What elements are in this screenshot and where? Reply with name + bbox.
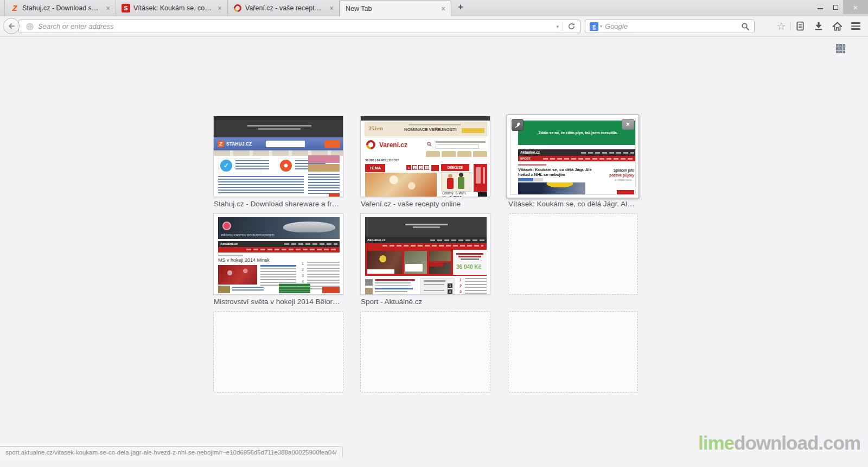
menu-button[interactable]: [846, 18, 865, 34]
food-photo: [365, 173, 437, 197]
pin-tile-button[interactable]: [512, 119, 524, 131]
article-headline: MS v hokeji 2014 Minsk: [218, 257, 270, 263]
tab-stahuj[interactable]: Z Stahuj.cz - Download share... ×: [4, 0, 116, 16]
thumb-search-button: [324, 140, 340, 148]
thumb-search-icon: [427, 142, 432, 147]
tab-close-icon[interactable]: ×: [439, 5, 448, 12]
tile-empty: [508, 311, 638, 407]
hamburger-icon: [851, 22, 860, 30]
tile-thumbnail-link[interactable]: Z STAHUJ.CZ ✓: [213, 116, 343, 197]
tile-ms-hokej: PŘÍMOU CESTOU DO BUDOUCNOSTI Aktuálně.cz…: [213, 213, 343, 309]
banner-title: NOMINACE VEŘEJNOSTI: [404, 127, 456, 132]
new-tab-button[interactable]: +: [452, 2, 469, 14]
tile-thumbnail-link[interactable]: 25žen NOMINACE VEŘEJNOSTI Vareni.cz 36 2…: [360, 116, 490, 197]
url-bar[interactable]: ▾: [18, 20, 580, 33]
tile-caption[interactable]: Sport - Aktuálně.cz: [361, 298, 490, 306]
tile-thumbnail-link[interactable]: × „Zdálo se mi, že cítím plyn, tak jsem …: [507, 115, 639, 198]
tab-strip: Z Stahuj.cz - Download share... × S Vítá…: [4, 0, 469, 16]
google-favicon-icon: g: [590, 22, 598, 31]
car-image: [283, 222, 335, 232]
tile-caption[interactable]: Mistrovství světa v hokeji 2014 Bělorusk…: [214, 298, 343, 306]
restore-button[interactable]: [828, 0, 843, 14]
back-button[interactable]: [3, 18, 20, 34]
phone-ad-line1: Odolný. S WiFi.: [442, 191, 467, 195]
banner-brand: 25žen: [368, 125, 383, 131]
restore-icon: [833, 5, 838, 10]
tile-caption[interactable]: Vításek: Koukám se, co dělá Jágr. Ale hv…: [508, 200, 637, 208]
tile-vareni: 25žen NOMINACE VEŘEJNOSTI Vareni.cz 36 2…: [360, 116, 490, 211]
article-headline: Vításek: Koukám se, co dělá Jágr. Ale hv…: [518, 167, 592, 178]
aktualne-brand: Aktuálně.cz: [220, 242, 238, 245]
tab-vareni[interactable]: Vaření.cz - vaše recepty onl... ×: [228, 0, 340, 16]
phone-ad-line2: Na 2 SIM: [442, 195, 461, 197]
tema-badge: TÉMA: [365, 164, 385, 172]
checkmark-badge-icon: ✓: [220, 160, 232, 172]
search-engine-dropdown-icon[interactable]: ▾: [598, 24, 605, 29]
search-icon[interactable]: [741, 22, 750, 31]
stahuj-logo-icon: Z: [218, 141, 224, 147]
stahuj-favicon-icon: Z: [10, 4, 19, 12]
standings-table: [279, 283, 310, 293]
score-badge: 3: [448, 283, 452, 288]
sport-photo: [429, 251, 451, 261]
navigation-toolbar: ▾ g ▾ ☆: [0, 16, 868, 36]
reload-icon: [567, 22, 576, 30]
tab-title: Stahuj.cz - Download share...: [22, 4, 100, 12]
thumbnail-inner: „Zdálo se mi, že cítím plyn, tak jsem ro…: [510, 118, 636, 195]
remove-tile-button[interactable]: ×: [622, 119, 634, 130]
tab-close-icon[interactable]: ×: [327, 4, 336, 12]
status-link-tooltip: sport.aktualne.cz/vitasek-koukam-se-co-d…: [0, 446, 343, 458]
site-stats: 36 288 | 84 465 | 110 317: [365, 159, 399, 162]
home-button[interactable]: [828, 18, 846, 34]
tab-title: Vaření.cz - vaše recepty onl...: [245, 4, 324, 12]
aktualne-brand: Aktuálně.cz: [520, 150, 540, 154]
watermark-download: download.com: [734, 432, 860, 453]
minimize-button[interactable]: [813, 0, 828, 14]
toolbar-buttons: ☆: [772, 18, 865, 34]
empty-tile-placeholder: [213, 311, 343, 393]
quote-banner: „Zdálo se mi, že cítím plyn, tak jsem ro…: [518, 121, 636, 145]
close-window-button[interactable]: ×: [843, 0, 868, 14]
reload-button[interactable]: [563, 22, 580, 30]
tile-caption[interactable]: Vaření.cz - vaše recepty online: [361, 200, 490, 208]
tile-empty: [508, 213, 638, 309]
tab-title: New Tab: [346, 5, 436, 12]
tile-thumbnail-link[interactable]: Aktuálně.cz 36 040 Kč: [360, 213, 490, 295]
grid-view-toggle-icon[interactable]: [836, 44, 845, 53]
cartoon-figures: [441, 172, 471, 192]
tile-stahuj: Z STAHUJ.CZ ✓ Stahuj.cz - Download share…: [213, 116, 343, 211]
pushpin-icon: [514, 122, 521, 129]
empty-tile-placeholder: [508, 213, 638, 295]
tile-thumbnail-link[interactable]: PŘÍMOU CESTOU DO BUDOUCNOSTI Aktuálně.cz…: [213, 213, 343, 295]
download-arrow-icon: [814, 21, 824, 31]
tab-bar: Z Stahuj.cz - Download share... × S Vítá…: [0, 0, 868, 16]
downloads-button[interactable]: [809, 18, 828, 34]
back-arrow-icon: [7, 22, 16, 30]
bookmark-star-button[interactable]: ☆: [772, 18, 790, 34]
vareni-logo-icon: [365, 138, 378, 152]
hockey-player-photo: [518, 182, 585, 195]
tab-close-icon[interactable]: ×: [104, 4, 112, 12]
tile-caption[interactable]: Stahuj.cz - Download shareware a freew..…: [214, 200, 343, 208]
ad-price: 36 040 Kč: [456, 264, 481, 270]
tab-new-tab-active[interactable]: New Tab ×: [340, 0, 451, 16]
aktualne-sport-favicon-icon: S: [122, 4, 130, 12]
globe-icon: [25, 22, 34, 31]
bookmarks-menu-button[interactable]: [791, 18, 809, 34]
thumb-menu-bar: [214, 116, 343, 120]
url-dropdown-icon[interactable]: ▾: [552, 24, 563, 29]
new-tab-page: Z STAHUJ.CZ ✓ Stahuj.cz - Download share…: [0, 36, 868, 467]
tile-empty: [360, 311, 490, 407]
side-ad-text: Spláceli jste poctivě půjčky: [593, 168, 634, 178]
score-badge: 0: [448, 289, 452, 294]
address-input[interactable]: [34, 22, 552, 30]
tile-vitasek-hovered: × „Zdálo se mi, že cítím plyn, tak jsem …: [508, 116, 638, 211]
tab-vitasek[interactable]: S Vításek: Koukám se, co děl... ×: [116, 0, 228, 16]
star-icon: ☆: [776, 20, 786, 33]
tab-close-icon[interactable]: ×: [215, 4, 224, 12]
tile-sport-aktualne: Aktuálně.cz 36 040 Kč: [360, 213, 490, 309]
hockey-team-photo: [218, 265, 257, 285]
search-input[interactable]: [605, 22, 741, 30]
search-bar[interactable]: g ▾: [585, 20, 755, 33]
minimize-icon: [818, 5, 823, 9]
